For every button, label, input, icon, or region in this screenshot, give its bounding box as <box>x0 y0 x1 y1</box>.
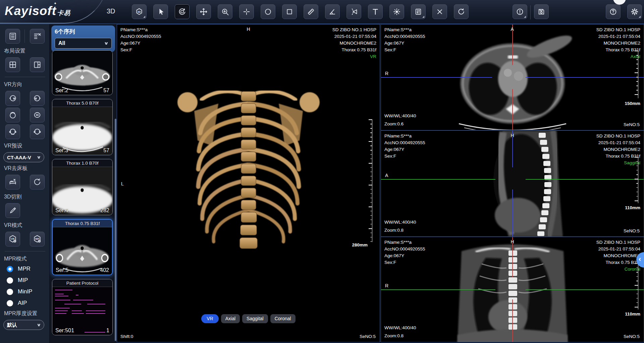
vr-volume-render <box>168 71 329 266</box>
minip-radio-option[interactable]: MinIP <box>0 286 49 297</box>
vr-preset-value: CT-AAA-V <box>7 155 31 160</box>
study-datetime: 2025-01-21 07:55:04 <box>596 246 640 252</box>
patient-name: PName:S***a <box>384 239 425 246</box>
series-scrollbar[interactable] <box>115 119 116 341</box>
photometric: MONOCHROME2 <box>332 40 376 47</box>
hospital-name: SD ZIBO NO.1 HOSP <box>332 26 376 33</box>
save-icon[interactable] <box>534 4 549 19</box>
series-desc: Thorax 0.75 B31f <box>596 259 640 266</box>
text-annotate-icon[interactable] <box>368 4 383 19</box>
chevron-down-icon: ∨ <box>104 41 109 46</box>
view-type-label: Saggital <box>596 160 640 166</box>
vr-preset-select[interactable]: CT-AAA-V ∨ <box>3 152 44 162</box>
series-list-icon[interactable] <box>5 29 20 44</box>
window-level-icon[interactable] <box>411 4 426 19</box>
reset-icon[interactable] <box>454 4 469 19</box>
angle-icon[interactable] <box>325 4 340 19</box>
delete-icon[interactable] <box>432 4 447 19</box>
ellipse-icon[interactable] <box>261 4 275 19</box>
mip-hexagon-icon[interactable]: MIP <box>30 232 45 246</box>
toolbar-tools: 3D <box>132 4 469 19</box>
head-bottom-icon[interactable] <box>30 108 45 122</box>
help-icon[interactable] <box>606 4 621 19</box>
crosshair-horizontal-blue[interactable] <box>381 77 644 78</box>
series-filter-value: All <box>58 40 65 46</box>
hospital-name: SD ZIBO NO.1 HOSP <box>596 26 640 33</box>
patient-sex: Sex:F <box>384 259 425 266</box>
mip-radio-option[interactable]: MIP <box>0 275 49 286</box>
mpr-thickness-select[interactable]: 默认 ∨ <box>3 320 44 330</box>
series-card-ser3[interactable]: Thorax 5.0 B70f Ser:3 57 <box>52 99 113 155</box>
head-top-icon[interactable] <box>5 108 20 122</box>
study-info-overlay: SD ZIBO NO.1 HOSP 2025-01-21 07:55:04 MO… <box>332 26 376 60</box>
pan-icon[interactable] <box>196 4 211 19</box>
sagittal-viewport[interactable]: PName:S***a AccNO:0004920555 Age:067Y Se… <box>381 130 644 237</box>
toolbar-info-group <box>513 4 527 19</box>
radio-label: MinIP <box>18 288 32 295</box>
patient-name: PName:S***a <box>120 26 161 33</box>
series-title: Patient Protocol <box>52 279 112 287</box>
mode-label: 3D <box>107 7 115 15</box>
crosshair-horizontal-green[interactable] <box>381 289 644 290</box>
axial-button[interactable]: Axial <box>221 314 240 323</box>
axial-viewport[interactable]: PName:S***a AccNO:0004920555 Age:067Y Se… <box>381 24 644 130</box>
vr-viewport[interactable]: PName:S***a AccNO:0004920555 Age:067Y Se… <box>117 24 380 342</box>
sagittal-scale-label: 110mm <box>625 205 640 210</box>
series-panel-close-icon[interactable] <box>30 29 45 44</box>
head-front-icon[interactable] <box>30 124 45 139</box>
brightness-icon[interactable] <box>389 4 404 19</box>
3d-view-icon[interactable]: 3D <box>132 4 147 19</box>
patient-age: Age:067Y <box>120 40 161 47</box>
coronal-scale-ruler <box>634 263 638 309</box>
mpr-thickness-label: MPR厚度设置 <box>0 309 49 318</box>
rotate-3d-icon[interactable] <box>175 4 190 19</box>
zoom-in-icon[interactable] <box>218 4 232 19</box>
orientation-left: L <box>121 180 124 187</box>
mpr-radio-option[interactable]: MPR <box>0 263 49 275</box>
layout-settings-label: 布局设置 <box>0 44 49 55</box>
series-card-ser5-selected[interactable]: Thorax 0.75 B31f <box>52 219 113 275</box>
abnormal-info-icon[interactable] <box>513 4 527 19</box>
patient-name: PName:S***a <box>384 26 425 33</box>
head-left-icon[interactable] <box>5 91 20 106</box>
chevron-down-icon: ∨ <box>37 323 41 327</box>
cobb-angle-icon[interactable] <box>346 4 361 19</box>
radio-icon <box>7 277 13 284</box>
bed-reset-icon[interactable] <box>30 175 45 189</box>
coronal-button[interactable]: Coronal <box>270 314 296 323</box>
settings-icon[interactable] <box>627 4 642 19</box>
vr-hexagon-icon[interactable]: VR <box>5 232 20 246</box>
vr-preset-label: VR预设 <box>0 139 49 150</box>
layout-grid-2x2-icon[interactable] <box>5 57 20 72</box>
orientation-top: H <box>247 26 250 33</box>
vr-button[interactable]: VR <box>201 314 218 323</box>
app-root: Kayisoft卡易 ✦ 3D 3D <box>0 0 644 343</box>
remove-bed-icon[interactable] <box>5 175 20 189</box>
series-desc: Thorax 0.75 B31f <box>596 153 640 160</box>
series-card-ser501[interactable]: Patient Protocol <box>52 279 113 335</box>
head-right-icon[interactable] <box>30 91 45 106</box>
saggital-button[interactable]: Saggital <box>242 314 268 323</box>
series-card-ser4[interactable]: Thorax 1.0 B70f Ser:4 282 <box>52 159 113 215</box>
zoom-label: Zoom:0.8 <box>384 226 416 234</box>
head-back-icon[interactable] <box>5 124 20 139</box>
toolbar-right-group <box>606 4 642 19</box>
layout-main-side-icon[interactable] <box>30 57 45 72</box>
rectangle-icon[interactable] <box>282 4 297 19</box>
crosshair-horizontal-green[interactable] <box>381 179 644 180</box>
crosshair-vertical-blue[interactable] <box>512 131 513 236</box>
coronal-viewport[interactable]: PName:S***a AccNO:0004920555 Age:067Y Se… <box>381 237 644 342</box>
patient-sex: Sex:F <box>384 47 425 53</box>
ruler-icon[interactable] <box>304 4 318 19</box>
image-count: 402 <box>100 267 109 273</box>
photometric: MONOCHROME2 <box>596 146 640 153</box>
crosshair-locate-icon[interactable] <box>239 4 254 19</box>
radio-icon <box>7 300 13 306</box>
series-card-ser2[interactable]: Ser:2 57 <box>52 50 113 95</box>
aip-radio-option[interactable]: AIP <box>0 297 49 309</box>
zoom-label: Zoom:0.6 <box>384 120 416 128</box>
scalpel-icon[interactable] <box>5 203 20 218</box>
pointer-icon[interactable] <box>153 4 168 19</box>
user-avatar[interactable] <box>613 0 626 5</box>
series-filter-select[interactable]: All ∨ <box>55 38 112 49</box>
